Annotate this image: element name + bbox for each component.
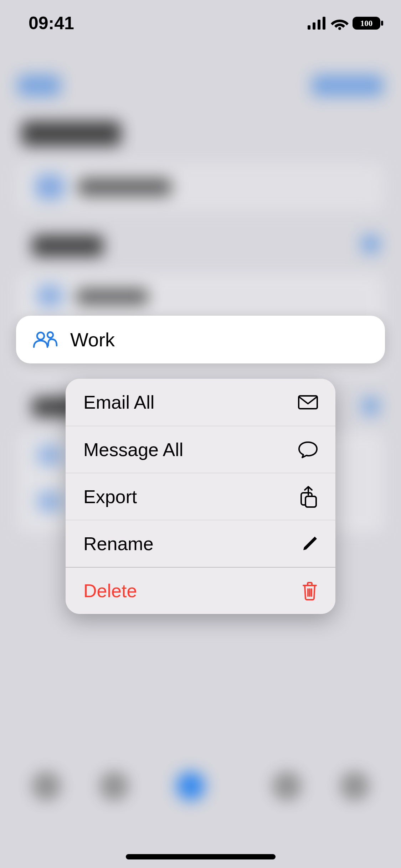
menu-item-delete[interactable]: Delete bbox=[66, 567, 335, 614]
menu-item-label: Message All bbox=[83, 439, 183, 460]
svg-rect-0 bbox=[308, 25, 310, 30]
status-bar: 09:41 100 bbox=[0, 0, 401, 46]
list-item-label: Work bbox=[70, 329, 115, 351]
svg-rect-2 bbox=[318, 20, 320, 30]
svg-rect-3 bbox=[323, 17, 325, 30]
menu-item-message-all[interactable]: Message All bbox=[66, 426, 335, 473]
wifi-icon bbox=[330, 16, 349, 30]
svg-rect-1 bbox=[313, 22, 315, 30]
status-time: 09:41 bbox=[29, 13, 74, 33]
svg-point-9 bbox=[47, 332, 53, 338]
svg-rect-6 bbox=[381, 21, 383, 26]
status-indicators: 100 bbox=[308, 16, 383, 30]
menu-item-email-all[interactable]: Email All bbox=[66, 379, 335, 426]
envelope-icon bbox=[298, 394, 318, 410]
list-item-work[interactable]: Work bbox=[16, 316, 385, 363]
cellular-icon bbox=[308, 17, 327, 30]
menu-item-label: Export bbox=[83, 486, 137, 507]
menu-item-label: Rename bbox=[83, 533, 154, 554]
svg-text:100: 100 bbox=[360, 19, 373, 28]
menu-item-label: Email All bbox=[83, 392, 154, 413]
menu-item-rename[interactable]: Rename bbox=[66, 520, 335, 567]
svg-point-8 bbox=[37, 332, 44, 340]
context-menu: Email All Message All Export bbox=[66, 379, 335, 614]
svg-rect-12 bbox=[305, 496, 316, 507]
menu-item-label: Delete bbox=[83, 580, 137, 601]
svg-rect-10 bbox=[299, 396, 317, 409]
svg-point-4 bbox=[338, 27, 341, 30]
battery-icon: 100 bbox=[353, 16, 383, 30]
home-indicator[interactable] bbox=[126, 854, 276, 859]
menu-item-export[interactable]: Export bbox=[66, 473, 335, 520]
trash-icon bbox=[301, 581, 318, 600]
pencil-icon bbox=[301, 535, 318, 552]
people-icon bbox=[32, 330, 59, 349]
share-icon bbox=[298, 486, 318, 508]
speech-bubble-icon bbox=[298, 441, 318, 459]
